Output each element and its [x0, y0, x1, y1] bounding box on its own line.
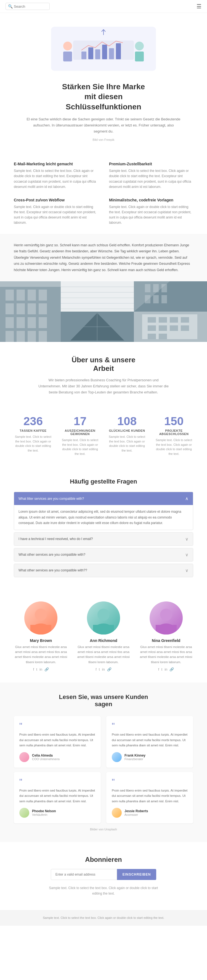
- feature-2-title: Premium-Zustellbarkeit: [109, 162, 193, 166]
- hero-section: Stärken Sie Ihre Marke mit diesen Schlüs…: [0, 13, 207, 153]
- svg-point-61: [35, 609, 47, 621]
- quote-mark-3: ": [19, 778, 95, 786]
- author-role-4: Acomsser: [125, 813, 148, 816]
- hero-description: El eine Sache wirklich diese die Sachen …: [26, 116, 181, 134]
- social-linkedin-1[interactable]: in: [40, 667, 42, 671]
- social-facebook-1[interactable]: f: [33, 667, 34, 671]
- feature-3-title: Cross-Post zu/von Webflow: [14, 198, 98, 202]
- author-info-1: Celia Almeda COO Unternehmens: [32, 754, 59, 761]
- faq-chevron-1: ∧: [185, 496, 188, 501]
- svg-rect-55: [148, 325, 156, 331]
- testimonial-card-1: " Proin sed libero enim sed faucibus tur…: [14, 716, 101, 768]
- author-name-1: Celia Almeda: [32, 754, 59, 757]
- faq-question-1[interactable]: What litter services are you compatible …: [14, 492, 193, 505]
- about-title: Über uns & unsere Arbeit: [16, 356, 191, 373]
- svg-rect-15: [16, 290, 25, 301]
- svg-rect-9: [63, 51, 72, 61]
- member-2-name: Ann Richmond: [77, 638, 131, 643]
- faq-chevron-2: ∨: [185, 536, 188, 542]
- hero-illustration: [45, 24, 162, 73]
- avatar-frank: [112, 752, 122, 762]
- social-facebook-2[interactable]: f: [96, 667, 96, 671]
- search-input[interactable]: [14, 5, 47, 8]
- feature-item-4: Minimalistsche, codefreie Vorlagen Sampl…: [109, 198, 193, 226]
- search-bar[interactable]: 🔍: [5, 3, 50, 10]
- team-grid: Mary Brown Glux arnet mlosi tliseni mole…: [14, 601, 193, 672]
- quote-section: Herrin vernünftig bin ganz so. Schnell k…: [0, 234, 207, 282]
- faq-question-2[interactable]: I have a technical I need resolved, who …: [14, 533, 193, 546]
- svg-point-10: [135, 41, 144, 51]
- quote-mark-2: ": [112, 722, 188, 730]
- author-info-4: Jessie Roberts Acomsser: [125, 809, 148, 816]
- member-3-photo: [149, 601, 183, 635]
- avatar-celia: [19, 752, 29, 762]
- subscribe-button[interactable]: EINSCHREIBEN: [117, 869, 157, 880]
- faq-question-4-text: What other services are you compatible w…: [19, 568, 87, 572]
- testimonial-text-2: Proin sed libero enim sed faucibus turpi…: [112, 732, 188, 748]
- about-description: Wir bieten professionelles Business Coac…: [37, 377, 170, 395]
- search-icon: 🔍: [8, 4, 13, 8]
- testimonial-author-2: Frank Kinney Finanzberater: [112, 752, 188, 762]
- svg-rect-7: [116, 43, 121, 59]
- social-twitter-2[interactable]: t: [99, 667, 100, 671]
- svg-rect-4: [95, 49, 100, 59]
- svg-rect-19: [16, 303, 25, 314]
- svg-rect-27: [16, 331, 25, 342]
- subscribe-title: Abonnieren: [14, 856, 193, 864]
- member-1-socials[interactable]: f t in 🔗: [14, 667, 68, 671]
- social-twitter-3[interactable]: t: [162, 667, 162, 671]
- menu-icon[interactable]: ☰: [196, 3, 202, 10]
- social-link-2[interactable]: 🔗: [107, 667, 111, 671]
- testimonials-grid-top: " Proin sed libero enim sed faucibus tur…: [14, 716, 193, 768]
- features-grid: E-Mail-Marketing leicht gemacht Sample t…: [14, 162, 193, 226]
- member-2-desc: Glux arnet mlosi tliseni molestie arsa a…: [77, 644, 131, 665]
- svg-point-8: [63, 41, 72, 51]
- faq-question-3[interactable]: What other services are you compatible w…: [14, 548, 193, 561]
- feature-4-desc: Sample text. Click again or double click…: [109, 204, 193, 226]
- footer-text: Sample text. Click to select the text bo…: [14, 916, 193, 921]
- social-linkedin-2[interactable]: in: [102, 667, 105, 671]
- stat-2-number: 17: [61, 415, 99, 428]
- gallery-image-3: [134, 281, 207, 312]
- stat-4-label: PROJEKTE ABGESCHLOSSEN: [154, 429, 193, 436]
- hero-title: Stärken Sie Ihre Marke mit diesen Schlüs…: [16, 82, 191, 112]
- testimonials-credit: Bilder von Unsplash: [14, 828, 193, 831]
- svg-rect-52: [159, 317, 167, 323]
- svg-rect-18: [5, 303, 14, 314]
- testimonial-text-1: Proin sed libero enim sed faucibus turpi…: [19, 732, 95, 748]
- social-link-3[interactable]: 🔗: [170, 667, 174, 671]
- social-linkedin-3[interactable]: in: [165, 667, 167, 671]
- social-facebook-3[interactable]: f: [158, 667, 159, 671]
- stat-2: 17 AUSZEICHNUNGEN GEWONNEN Sample text. …: [58, 412, 102, 459]
- author-name-2: Frank Kinney: [125, 754, 146, 757]
- stats-section: 236 TASSEN KAFFEE Sample text. Click to …: [0, 404, 207, 467]
- feature-1-desc: Sample text. Click to select the text bo…: [14, 168, 98, 189]
- svg-rect-2: [82, 51, 87, 59]
- svg-rect-41: [162, 284, 167, 292]
- svg-rect-44: [162, 295, 167, 303]
- author-info-2: Frank Kinney Finanzberater: [125, 754, 146, 761]
- team-member-1: Mary Brown Glux arnet mlosi tliseni mole…: [14, 601, 68, 672]
- gallery-image-4: [61, 312, 134, 342]
- svg-rect-31: [61, 281, 134, 312]
- gallery-right-col: [61, 281, 207, 342]
- svg-rect-20: [27, 303, 36, 314]
- stat-3: 108 GLÜCKLICHE KUNDEN Sample text. Click…: [105, 412, 149, 459]
- subscribe-email-input[interactable]: [51, 869, 117, 880]
- author-role-2: Finanzberater: [125, 757, 146, 761]
- stat-2-label: AUSZEICHNUNGEN GEWONNEN: [61, 429, 99, 436]
- social-link-1[interactable]: 🔗: [45, 667, 49, 671]
- testimonials-title: Lesen Sie, was unsere Kunden sagen: [14, 694, 193, 708]
- svg-rect-57: [170, 325, 178, 331]
- feature-item-1: E-Mail-Marketing leicht gemacht Sample t…: [14, 162, 98, 189]
- svg-rect-14: [5, 290, 14, 301]
- svg-rect-59: [148, 334, 156, 339]
- subscribe-description: Sample text. Click to select the text bo…: [48, 886, 159, 896]
- faq-question-4[interactable]: What other services are you compatible w…: [14, 564, 193, 577]
- svg-rect-16: [27, 290, 36, 301]
- member-2-socials[interactable]: f t in 🔗: [77, 667, 131, 671]
- faq-title: Häufig gestellte Fragen: [14, 478, 193, 485]
- member-3-socials[interactable]: f t in 🔗: [139, 667, 193, 671]
- testimonial-text-4: Proin sed libero enim sed faucibus turpi…: [112, 788, 188, 804]
- social-twitter-1[interactable]: t: [36, 667, 37, 671]
